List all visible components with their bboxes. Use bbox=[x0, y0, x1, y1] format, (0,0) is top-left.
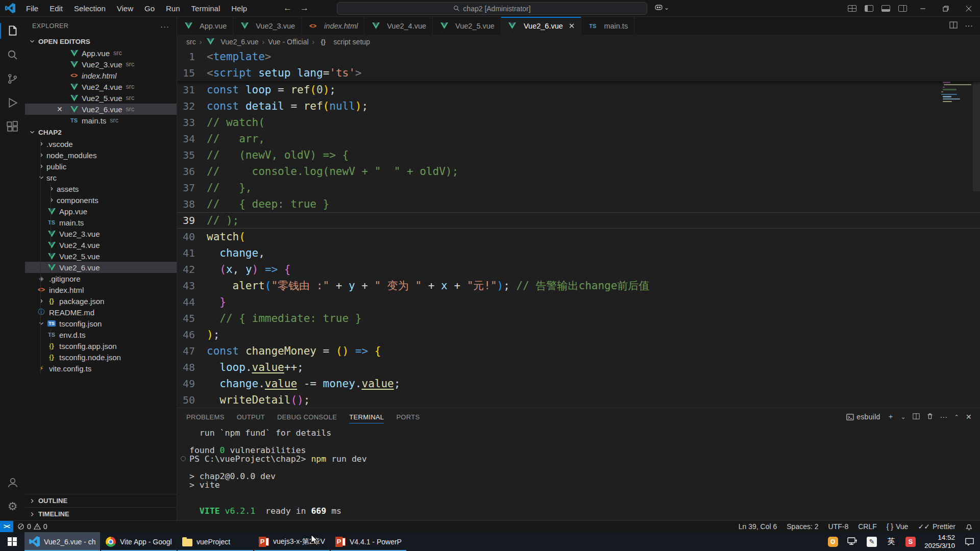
project-header[interactable]: CHAP2 bbox=[25, 126, 177, 138]
tab-vue2-6-vue[interactable]: Vue2_6.vue✕ bbox=[501, 17, 581, 35]
open-editor-item[interactable]: Vue2_5.vuesrc bbox=[25, 92, 177, 104]
account-icon[interactable] bbox=[0, 470, 25, 494]
problems-status[interactable]: 0 0 bbox=[17, 522, 47, 531]
code-line-44[interactable]: 44 } bbox=[177, 294, 980, 310]
close-button[interactable] bbox=[957, 0, 980, 17]
tree-item-vue2-6-vue[interactable]: Vue2_6.vue bbox=[25, 262, 177, 273]
language-mode[interactable]: { }Vue bbox=[887, 522, 909, 531]
tree-item-components[interactable]: components bbox=[25, 194, 177, 206]
code-line-32[interactable]: 32const detail = ref(null); bbox=[177, 98, 980, 114]
tree-item-package-json[interactable]: {}package.json bbox=[25, 295, 177, 307]
toggle-panel-icon[interactable] bbox=[881, 5, 890, 12]
tree-item-index-html[interactable]: <>index.html bbox=[25, 284, 177, 295]
tree-item-vue2-4-vue[interactable]: Vue2_4.vue bbox=[25, 239, 177, 251]
tab-vue2-5-vue[interactable]: Vue2_5.vue bbox=[433, 17, 501, 35]
tree-item-public[interactable]: public bbox=[25, 161, 177, 172]
status-ln[interactable]: Ln 39, Col 6 bbox=[739, 522, 777, 531]
explorer-icon[interactable] bbox=[0, 19, 25, 43]
open-editor-item[interactable]: Vue2_3.vuesrc bbox=[25, 59, 177, 70]
tree-item-tsconfig-app-json[interactable]: {}tsconfig.app.json bbox=[25, 340, 177, 352]
run-debug-icon[interactable] bbox=[0, 91, 25, 115]
notifications-bell-icon[interactable] bbox=[965, 523, 973, 531]
start-button[interactable] bbox=[0, 532, 24, 551]
panel-tab-terminal[interactable]: TERMINAL bbox=[349, 408, 384, 425]
open-editor-item[interactable]: TSmain.tssrc bbox=[25, 115, 177, 126]
breadcrumb-item[interactable]: {}script setup bbox=[318, 38, 370, 46]
tree-item-src[interactable]: src bbox=[25, 172, 177, 183]
tree-item--gitignore[interactable]: ◈.gitignore bbox=[25, 273, 177, 284]
outline-section[interactable]: OUTLINE bbox=[25, 494, 177, 507]
tray-app-icon[interactable] bbox=[828, 537, 838, 547]
explorer-more-actions-icon[interactable]: ··· bbox=[160, 22, 169, 31]
tree-item-assets[interactable]: assets bbox=[25, 183, 177, 194]
breadcrumb-item[interactable]: src bbox=[186, 38, 196, 46]
close-icon[interactable]: ✕ bbox=[569, 21, 575, 31]
code-line-47[interactable]: 47const changeMoney = () => { bbox=[177, 343, 980, 359]
tree-item-vue2-5-vue[interactable]: Vue2_5.vue bbox=[25, 251, 177, 262]
code-line-39[interactable]: 39// ); bbox=[177, 212, 980, 229]
terminal-dropdown-icon[interactable]: ⌄ bbox=[901, 414, 906, 420]
network-icon[interactable] bbox=[847, 536, 858, 547]
menu-run[interactable]: Run bbox=[160, 0, 186, 17]
tree-item-node-modules[interactable]: node_modules bbox=[25, 149, 177, 161]
timeline-section[interactable]: TIMELINE bbox=[25, 507, 177, 520]
code-line-42[interactable]: 42 (x, y) => { bbox=[177, 261, 980, 278]
panel-tab-output[interactable]: OUTPUT bbox=[237, 408, 265, 425]
tab-index-html[interactable]: <>index.html bbox=[302, 17, 364, 35]
code-line-40[interactable]: 40watch( bbox=[177, 229, 980, 245]
editor-more-actions-icon[interactable]: ··· bbox=[965, 21, 973, 31]
customize-layout-icon[interactable] bbox=[848, 5, 856, 12]
close-icon[interactable]: ✕ bbox=[57, 105, 65, 113]
code-line-31[interactable]: 31const loop = ref(0); bbox=[177, 82, 980, 98]
nav-forward-icon[interactable]: → bbox=[300, 3, 309, 13]
tree-item-readme-md[interactable]: ⓘREADME.md bbox=[25, 307, 177, 318]
settings-gear-icon[interactable]: ⚙ bbox=[0, 494, 25, 518]
panel-tab-debug-console[interactable]: DEBUG CONSOLE bbox=[277, 408, 337, 425]
menu-file[interactable]: File bbox=[20, 0, 44, 17]
toggle-secondary-sidebar-icon[interactable] bbox=[898, 5, 907, 12]
new-terminal-icon[interactable]: ＋ bbox=[887, 412, 894, 421]
restore-button[interactable] bbox=[934, 0, 957, 17]
tree-item-tsconfig-node-json[interactable]: {}tsconfig.node.json bbox=[25, 352, 177, 363]
command-decoration-icon[interactable] bbox=[181, 456, 186, 461]
menu-go[interactable]: Go bbox=[139, 0, 160, 17]
tree-item-env-d-ts[interactable]: TSenv.d.ts bbox=[25, 329, 177, 340]
terminal-shell-select[interactable]: esbuild bbox=[846, 413, 880, 421]
menu-selection[interactable]: Selection bbox=[68, 0, 111, 17]
status-spaces[interactable]: Spaces: 2 bbox=[787, 522, 818, 531]
extensions-icon[interactable] bbox=[0, 115, 25, 139]
menu-terminal[interactable]: Terminal bbox=[186, 0, 226, 17]
menu-help[interactable]: Help bbox=[226, 0, 253, 17]
tree-item-vue2-3-vue[interactable]: Vue2_3.vue bbox=[25, 228, 177, 239]
tree-item--vscode[interactable]: .vscode bbox=[25, 138, 177, 149]
open-editor-item[interactable]: <>index.html bbox=[25, 70, 177, 81]
tree-item-vite-config-ts[interactable]: ⚡vite.config.ts bbox=[25, 363, 177, 374]
taskbar-button[interactable]: vueProject bbox=[178, 532, 253, 551]
toggle-primary-sidebar-icon[interactable] bbox=[865, 5, 873, 12]
code-line-49[interactable]: 49 change.value -= money.value; bbox=[177, 375, 980, 392]
status-crlf[interactable]: CRLF bbox=[858, 522, 877, 531]
tree-item-main-ts[interactable]: TSmain.ts bbox=[25, 217, 177, 228]
panel-more-actions-icon[interactable]: ··· bbox=[940, 413, 948, 421]
panel-tab-problems[interactable]: PROBLEMS bbox=[186, 408, 225, 425]
breadcrumb-item[interactable]: Vue - Official bbox=[268, 38, 308, 46]
status-utf-8[interactable]: UTF-8 bbox=[828, 522, 849, 531]
source-control-icon[interactable] bbox=[0, 67, 25, 91]
code-line-48[interactable]: 48 loop.value++; bbox=[177, 359, 980, 375]
code-line-38[interactable]: 38// { deep: true } bbox=[177, 196, 980, 212]
code-line-46[interactable]: 46); bbox=[177, 327, 980, 343]
menu-edit[interactable]: Edit bbox=[44, 0, 68, 17]
maximize-panel-icon[interactable]: ⌃ bbox=[954, 414, 959, 420]
code-line-50[interactable]: 50 writeDetail(); bbox=[177, 392, 980, 408]
nav-back-icon[interactable]: ← bbox=[283, 3, 292, 13]
code-line-36[interactable]: 36// console.log(newV + " " + oldV); bbox=[177, 163, 980, 180]
breadcrumb[interactable]: src›Vue2_6.vue›Vue - Official›{}script s… bbox=[177, 35, 980, 48]
breadcrumb-item[interactable]: Vue2_6.vue bbox=[205, 38, 258, 46]
close-panel-icon[interactable]: ✕ bbox=[966, 413, 972, 421]
split-editor-icon[interactable] bbox=[949, 21, 958, 31]
tab-app-vue[interactable]: App.vue bbox=[177, 17, 233, 35]
taskbar-button[interactable]: PV4.4.1 - PowerPoi... bbox=[331, 532, 406, 551]
open-editor-item[interactable]: ✕Vue2_6.vuesrc bbox=[25, 104, 177, 115]
code-line-15[interactable]: 15<script setup lang='ts'> bbox=[177, 65, 980, 81]
kill-terminal-icon[interactable] bbox=[926, 412, 934, 421]
